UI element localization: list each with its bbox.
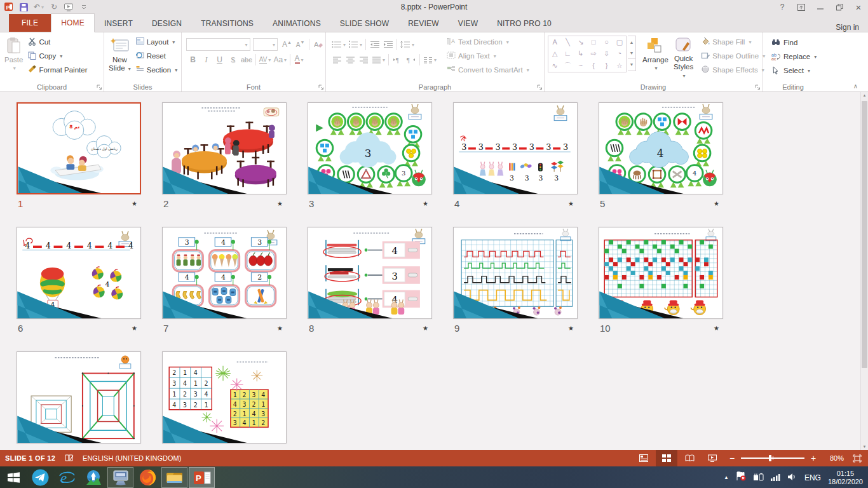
tab-insert[interactable]: INSERT [95,15,142,32]
shape-triangle[interactable]: △ [548,48,561,59]
slide-thumbnail-3[interactable]: 3 3 [308,102,432,194]
start-from-beginning-button[interactable] [64,2,74,12]
shapes-scroll-down[interactable]: ▼ [630,48,634,58]
shape-right-arrow[interactable]: ⇨ [587,48,600,59]
slide-sorter-view-button[interactable] [656,450,677,466]
shape-line-arrow[interactable]: ↘ [574,36,587,48]
cut-button[interactable]: Cut [25,35,90,49]
shapes-gallery-more[interactable]: ▼ [628,58,635,70]
font-size-combo[interactable]: ▾ [253,38,278,51]
shape-effects-button[interactable]: Shape Effects▾ [698,63,768,77]
tab-review[interactable]: REVIEW [398,15,449,32]
line-spacing-button[interactable]: ▾ [399,39,416,51]
bold-button[interactable]: B [186,54,200,66]
align-text-button[interactable]: Align Text▾ [444,49,532,63]
section-button[interactable]: Section▾ [133,63,180,77]
shape-oval[interactable]: ○ [600,36,613,48]
format-painter-button[interactable]: Format Painter [25,63,90,77]
language-indicator[interactable]: ENGLISH (UNITED KINGDOM) [83,454,181,462]
remote-keyboard-app-icon[interactable] [107,467,133,488]
align-center-button[interactable] [344,54,357,66]
reading-view-button[interactable] [679,450,700,466]
zoom-slider[interactable] [741,458,804,459]
tab-view[interactable]: VIEW [449,15,487,32]
shape-line[interactable]: ╲ [561,36,574,48]
slide-thumbnail-7[interactable]: 3 4 3 [162,227,287,319]
language-switcher[interactable]: ENG [804,473,821,482]
slide-thumbnail-12[interactable]: 214 3412 1234 4321 1234 4321 2143 3412 [162,351,287,444]
shape-curve[interactable]: ~ [574,59,587,72]
slide-thumbnail-1[interactable]: تم 8 ریاضی اول دبستان [17,102,141,194]
shape-down-arrow[interactable]: ⇩ [600,48,613,59]
decrease-indent-button[interactable] [368,39,381,51]
slide-thumbnail-5[interactable]: 4 4 [599,102,723,194]
align-right-button[interactable] [357,54,370,66]
slide-thumbnail-10[interactable] [599,227,723,319]
shape-rounded-rectangle[interactable]: ▢ [613,36,626,48]
tab-file[interactable]: FILE [9,14,51,32]
volume-icon[interactable] [788,472,797,484]
bullets-button[interactable]: ▾ [330,39,347,51]
columns-button[interactable]: ▾ [422,54,438,66]
ribbon-display-options-button[interactable] [792,0,811,14]
shape-arc[interactable]: ⌒ [561,59,574,72]
shape-pie[interactable]: ◔ [613,48,626,59]
restore-button[interactable] [830,0,849,14]
powerpoint-taskbar-icon[interactable]: P [189,467,215,488]
zoom-level[interactable]: 80% [822,454,844,462]
reset-button[interactable]: Reset [133,49,180,63]
clear-formatting-button[interactable]: A [311,39,325,51]
clipboard-dialog-launcher[interactable] [96,84,102,90]
show-hidden-icons-button[interactable]: ▲ [724,475,729,480]
tab-transitions[interactable]: TRANSITIONS [191,15,263,32]
shape-rectangle[interactable]: □ [587,36,600,48]
justify-button[interactable]: ▾ [370,54,386,66]
shape-scribble[interactable]: ∿ [548,59,561,72]
select-button[interactable]: Select▾ [768,64,823,78]
normal-view-button[interactable] [633,450,654,466]
tab-slide-show[interactable]: SLIDE SHOW [330,15,398,32]
slide-thumbnail-2[interactable] [162,102,287,194]
spell-check-icon[interactable] [64,454,74,463]
shape-text-box[interactable]: A [548,36,561,48]
decrease-font-size-button[interactable]: A▼ [294,39,307,51]
redo-button[interactable]: ↻ [50,2,58,12]
paste-button[interactable]: Paste ▾ [2,34,25,81]
tab-nitro-pro[interactable]: NITRO PRO 10 [487,15,561,32]
customize-qat-button[interactable] [79,2,88,12]
save-button[interactable] [19,2,28,12]
slide-show-button[interactable] [702,450,723,466]
action-center-icon[interactable] [736,471,746,484]
idm-icon[interactable] [80,466,107,488]
font-name-combo[interactable]: ▾ [186,38,250,51]
zoom-in-button[interactable]: + [810,453,817,463]
shapes-scroll-up[interactable]: ▲ [630,37,634,48]
scroll-down-arrow[interactable]: ▼ [863,445,867,449]
internet-explorer-icon[interactable]: e [53,466,80,488]
scroll-up-arrow[interactable]: ▲ [863,93,867,97]
minimize-button[interactable] [811,0,830,14]
shape-elbow-arrow[interactable]: ↳ [574,48,587,59]
shape-left-brace[interactable]: { [587,59,600,72]
collapse-ribbon-button[interactable]: ∧ [853,83,858,90]
underline-button[interactable]: U [213,54,226,66]
shape-right-brace[interactable]: } [600,59,613,72]
replace-button[interactable]: abac Replace▾ [768,50,823,64]
fit-to-window-button[interactable] [849,450,865,466]
close-button[interactable]: × [849,0,868,14]
tab-animations[interactable]: ANIMATIONS [263,15,330,32]
find-button[interactable]: Find [768,36,823,50]
slide-thumbnail-6[interactable]: 4 4 4 4 4 4 4 [17,227,141,319]
slide-thumbnail-4[interactable]: 3 3 3 3 3 3 3 [453,102,578,194]
text-shadow-button[interactable]: S [226,54,240,66]
shape-outline-button[interactable]: Shape Outline▾ [698,49,768,63]
strikethrough-button[interactable]: abc [240,54,254,66]
font-dialog-launcher[interactable] [318,84,324,90]
sign-in-link[interactable]: Sign in [827,23,868,32]
tab-design[interactable]: DESIGN [142,15,191,32]
character-spacing-button[interactable]: AV▾ [258,54,273,66]
undo-button[interactable]: ↶▾ [34,2,44,12]
firefox-icon[interactable] [134,466,161,488]
numbering-button[interactable]: ▾ [347,39,363,51]
convert-to-smartart-button[interactable]: Convert to SmartArt▾ [444,63,532,77]
